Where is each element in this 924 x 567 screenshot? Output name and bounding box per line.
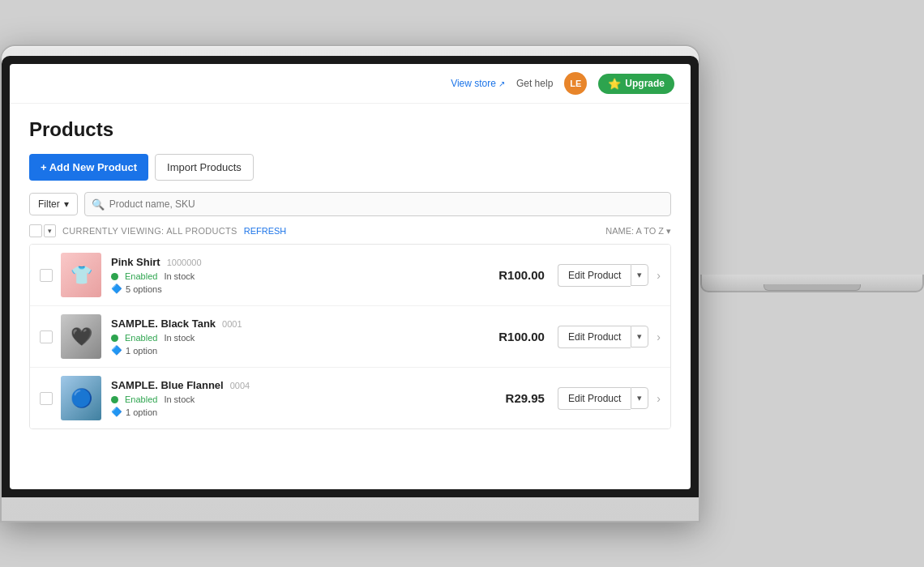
stock-label-2: In stock: [164, 394, 195, 404]
filter-chevron-icon: ▾: [64, 198, 69, 210]
select-all-checkbox[interactable]: [29, 224, 42, 237]
table-row: 🖤 SAMPLE. Black Tank 0001 Enabled: [30, 306, 670, 368]
product-price-1: R100.00: [480, 330, 545, 343]
edit-btn-wrap-2: Edit Product ▾: [558, 387, 648, 410]
search-input[interactable]: [84, 192, 671, 216]
status-label-2: Enabled: [125, 394, 157, 404]
row-checkbox-2[interactable]: [40, 392, 53, 405]
product-sku-0: 1000000: [167, 258, 202, 267]
action-row: + Add New Product Import Products: [29, 154, 671, 181]
product-sku-2: 0004: [230, 381, 250, 390]
filter-row: Filter ▾ 🔍: [29, 192, 671, 216]
row-expand-icon-2[interactable]: ›: [657, 392, 661, 405]
viewing-text: CURRENTLY VIEWING: ALL PRODUCTS: [62, 226, 237, 236]
product-name-row-2: SAMPLE. Blue Flannel 0004: [111, 379, 480, 391]
avatar: LE: [564, 72, 587, 95]
edit-product-dropdown-0[interactable]: ▾: [631, 264, 648, 286]
row-checkbox-1[interactable]: [40, 330, 53, 343]
filter-button[interactable]: Filter ▾: [29, 193, 78, 215]
viewing-left: ▾ CURRENTLY VIEWING: ALL PRODUCTS REFRES…: [29, 224, 286, 237]
stock-label-1: In stock: [164, 333, 195, 343]
product-list: 👕 Pink Shirt 1000000 Enabled: [29, 244, 671, 429]
product-image-2: 🔵: [61, 376, 101, 420]
screen-content: View store ↗ Get help LE ⭐ Upgrade Produ…: [10, 64, 691, 489]
product-image-1: 🖤: [61, 314, 101, 359]
table-row: 🔵 SAMPLE. Blue Flannel 0004 Enabled: [30, 368, 670, 428]
tank-emoji: 🖤: [71, 326, 92, 347]
flannel-emoji: 🔵: [71, 388, 92, 409]
product-meta-2: Enabled In stock: [111, 394, 480, 404]
options-row-2: 🔷 1 option: [111, 407, 480, 417]
options-icon-1: 🔷: [111, 345, 122, 356]
product-name-1: SAMPLE. Black Tank: [111, 318, 216, 330]
viewing-row: ▾ CURRENTLY VIEWING: ALL PRODUCTS REFRES…: [29, 224, 671, 237]
import-products-button[interactable]: Import Products: [155, 154, 254, 181]
upgrade-button[interactable]: ⭐ Upgrade: [598, 74, 674, 94]
laptop-screen: View store ↗ Get help LE ⭐ Upgrade Produ…: [10, 64, 691, 489]
status-dot-2: [111, 396, 118, 403]
status-dot-1: [111, 335, 118, 342]
edit-product-dropdown-2[interactable]: ▾: [631, 387, 648, 409]
product-name-0: Pink Shirt: [111, 256, 160, 268]
product-image-0: 👕: [61, 253, 101, 297]
get-help-link[interactable]: Get help: [516, 78, 553, 89]
refresh-link[interactable]: REFRESH: [244, 226, 287, 236]
product-meta-1: Enabled In stock: [111, 333, 480, 343]
options-row-0: 🔷 5 options: [111, 284, 480, 294]
product-info-0: Pink Shirt 1000000 Enabled In stock 🔷: [111, 256, 480, 294]
search-wrap: 🔍: [84, 192, 671, 216]
table-row: 👕 Pink Shirt 1000000 Enabled: [30, 245, 670, 306]
laptop-base: [700, 275, 924, 292]
options-label-2: 1 option: [126, 407, 157, 417]
product-price-2: R29.95: [480, 391, 545, 405]
product-price-0: R100.00: [480, 268, 545, 282]
page-title: Products: [29, 118, 671, 141]
product-sku-1: 0001: [222, 319, 242, 329]
product-name-2: SAMPLE. Blue Flannel: [111, 379, 224, 391]
search-icon: 🔍: [92, 198, 105, 211]
screen-bezel: View store ↗ Get help LE ⭐ Upgrade Produ…: [2, 56, 699, 497]
star-icon: ⭐: [608, 78, 621, 90]
main-content: Products + Add New Product Import Produc…: [10, 104, 691, 444]
edit-btn-wrap-0: Edit Product ▾: [558, 264, 648, 287]
external-link-icon: ↗: [498, 79, 505, 88]
laptop-notch: [764, 284, 861, 291]
filter-label: Filter: [38, 198, 60, 210]
product-meta-0: Enabled In stock: [111, 271, 480, 281]
view-store-link[interactable]: View store ↗: [451, 78, 505, 89]
sort-chevron-icon: ▾: [666, 226, 671, 237]
status-label-0: Enabled: [125, 271, 157, 281]
options-icon-0: 🔷: [111, 284, 122, 294]
edit-product-dropdown-1[interactable]: ▾: [631, 326, 648, 347]
sort-label: NAME: A TO Z: [605, 226, 664, 236]
product-info-1: SAMPLE. Black Tank 0001 Enabled In stock: [111, 318, 480, 356]
add-new-product-button[interactable]: + Add New Product: [29, 154, 148, 181]
status-label-1: Enabled: [125, 333, 157, 343]
row-expand-icon-0[interactable]: ›: [657, 269, 661, 282]
options-label-0: 5 options: [126, 284, 162, 294]
checkbox-dropdown[interactable]: ▾: [29, 224, 56, 237]
product-info-2: SAMPLE. Blue Flannel 0004 Enabled In sto…: [111, 379, 480, 417]
product-name-row-1: SAMPLE. Black Tank 0001: [111, 318, 480, 330]
top-bar: View store ↗ Get help LE ⭐ Upgrade: [10, 64, 691, 104]
stock-label-0: In stock: [164, 271, 195, 281]
select-dropdown-chevron[interactable]: ▾: [44, 224, 56, 237]
edit-btn-wrap-1: Edit Product ▾: [558, 326, 648, 348]
sort-button[interactable]: NAME: A TO Z ▾: [605, 226, 671, 237]
view-store-label: View store: [451, 78, 496, 89]
product-name-row-0: Pink Shirt 1000000: [111, 256, 480, 268]
laptop-shell: View store ↗ Get help LE ⭐ Upgrade Produ…: [0, 45, 700, 522]
options-label-1: 1 option: [126, 346, 157, 356]
avatar-initials: LE: [570, 79, 581, 88]
shirt-emoji: 👕: [71, 265, 92, 286]
edit-product-button-1[interactable]: Edit Product: [558, 326, 631, 348]
options-row-1: 🔷 1 option: [111, 345, 480, 356]
row-expand-icon-1[interactable]: ›: [657, 330, 661, 343]
row-checkbox-0[interactable]: [40, 269, 53, 282]
edit-product-button-0[interactable]: Edit Product: [558, 264, 631, 287]
edit-product-button-2[interactable]: Edit Product: [558, 387, 631, 410]
options-icon-2: 🔷: [111, 407, 122, 417]
status-dot-0: [111, 273, 118, 280]
upgrade-label: Upgrade: [625, 78, 665, 89]
